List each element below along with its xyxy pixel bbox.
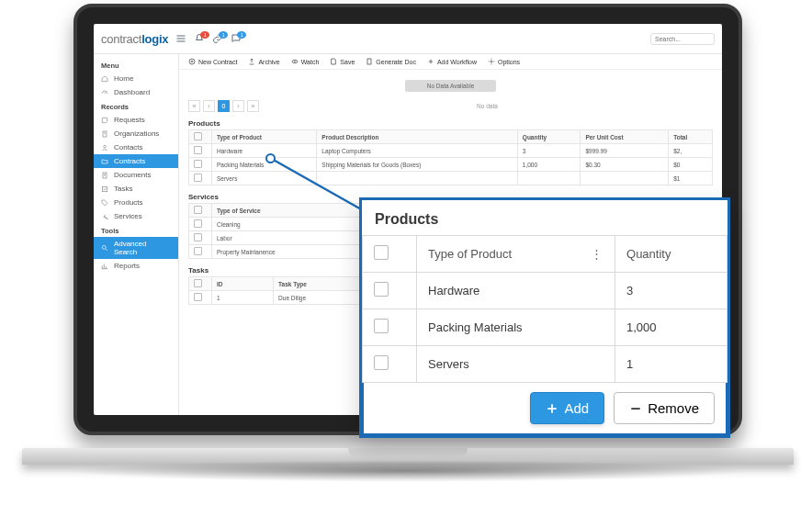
callout-actions: Add Remove xyxy=(362,383,727,435)
checkbox[interactable] xyxy=(194,206,202,214)
add-button[interactable]: Add xyxy=(530,392,604,424)
svg-point-6 xyxy=(102,245,106,249)
folder-icon xyxy=(101,158,108,165)
sidebar-item-requests[interactable]: Requests xyxy=(94,113,178,127)
pager-next[interactable]: › xyxy=(232,100,244,112)
pager-last[interactable]: » xyxy=(247,100,259,112)
callout-table: Type of Product⋮QuantityHardware3Packing… xyxy=(362,235,727,383)
svg-rect-2 xyxy=(103,131,107,137)
add-workflow-button[interactable]: Add Workflow xyxy=(427,58,477,65)
bell-badge: 1 xyxy=(200,31,209,39)
svg-line-7 xyxy=(106,249,107,251)
checkbox[interactable] xyxy=(374,355,389,370)
callout-row[interactable]: Servers1 xyxy=(363,346,727,383)
sidebar-item-label: Requests xyxy=(114,116,145,124)
sidebar-item-reports[interactable]: Reports xyxy=(94,259,178,273)
svg-point-10 xyxy=(294,61,295,62)
sidebar-item-services[interactable]: Services xyxy=(94,209,178,223)
new-contract-button[interactable]: New Contract xyxy=(188,58,237,65)
contract-toolbar: New Contract Archive Watch Save Generate… xyxy=(179,54,722,70)
gauge-icon xyxy=(101,89,108,96)
chat-badge: 1 xyxy=(237,31,246,39)
search-icon xyxy=(101,244,108,252)
svg-point-12 xyxy=(491,61,492,62)
brand-logo: contractlogix xyxy=(101,32,168,46)
products-title: Products xyxy=(188,118,713,129)
checkbox[interactable] xyxy=(374,282,389,297)
sidebar-item-contacts[interactable]: Contacts xyxy=(94,140,178,154)
col-header[interactable]: Quantity xyxy=(517,130,581,144)
callout-col-qty[interactable]: Quantity xyxy=(615,236,727,273)
pager-prev[interactable]: ‹ xyxy=(203,100,215,112)
col-header[interactable]: Type of Product xyxy=(212,130,317,144)
checkbox[interactable] xyxy=(374,245,389,260)
doc-icon xyxy=(101,172,108,179)
checkbox[interactable] xyxy=(194,132,202,140)
building-icon xyxy=(101,130,108,138)
link-icon[interactable]: 1 xyxy=(212,33,223,44)
callout-title: Products xyxy=(375,211,715,228)
sidebar-item-label: Tasks xyxy=(114,185,132,193)
col-header[interactable]: ID xyxy=(212,277,274,291)
search-input[interactable] xyxy=(650,33,715,45)
callout-cell-type: Hardware xyxy=(417,273,615,309)
pager-msg: No data xyxy=(262,103,713,109)
checkbox[interactable] xyxy=(194,279,202,287)
callout-row[interactable]: Hardware3 xyxy=(363,273,727,309)
svg-rect-11 xyxy=(367,59,371,64)
sidebar-item-organizations[interactable]: Organizations xyxy=(94,127,178,140)
generate-doc-button[interactable]: Generate Doc xyxy=(366,58,416,65)
checkbox[interactable] xyxy=(194,293,202,301)
svg-point-3 xyxy=(104,145,107,148)
checkbox[interactable] xyxy=(194,233,202,241)
archive-button[interactable]: Archive xyxy=(248,58,279,65)
more-dots-icon[interactable]: ⋮ xyxy=(591,247,603,261)
sidebar-item-label: Contacts xyxy=(114,143,143,152)
checkbox[interactable] xyxy=(194,174,202,182)
sidebar-item-label: Home xyxy=(114,74,133,83)
pager-page[interactable]: 0 xyxy=(218,100,230,112)
sidebar-item-contracts[interactable]: Contracts xyxy=(94,154,178,168)
no-data-label: No Data Available xyxy=(405,80,497,92)
home-icon xyxy=(101,75,108,83)
sidebar-item-documents[interactable]: Documents xyxy=(94,168,178,182)
col-header[interactable]: Product Description xyxy=(317,130,517,144)
sidebar: MenuHomeDashboardRecordsRequestsOrganiza… xyxy=(94,54,179,415)
sidebar-item-products[interactable]: Products xyxy=(94,196,178,209)
col-header[interactable]: Per Unit Cost xyxy=(581,130,669,144)
sidebar-item-label: Documents xyxy=(114,171,151,179)
chat-icon[interactable]: 1 xyxy=(231,33,242,44)
sidebar-item-label: Contracts xyxy=(114,157,145,165)
sidebar-group: Tools xyxy=(94,223,178,237)
save-button[interactable]: Save xyxy=(330,58,355,65)
options-button[interactable]: Options xyxy=(488,58,520,65)
callout-cell-qty: 1,000 xyxy=(615,309,727,346)
table-row[interactable]: Servers$1 xyxy=(189,172,713,185)
menu-icon[interactable] xyxy=(175,33,186,44)
products-callout: Products Type of Product⋮QuantityHardwar… xyxy=(359,197,730,438)
col-header[interactable]: Total xyxy=(669,130,713,144)
tag-icon xyxy=(101,199,108,207)
sidebar-item-tasks[interactable]: Tasks xyxy=(94,182,178,196)
sidebar-item-dashboard[interactable]: Dashboard xyxy=(94,85,178,99)
remove-label: Remove xyxy=(648,400,699,416)
sidebar-item-home[interactable]: Home xyxy=(94,72,178,85)
checkbox[interactable] xyxy=(194,219,202,228)
sidebar-item-label: Advanced Search xyxy=(114,240,171,256)
no-data-block: No Data Available xyxy=(188,73,713,97)
callout-cell-type: Servers xyxy=(417,346,615,383)
watch-button[interactable]: Watch xyxy=(291,58,320,65)
wrench-icon xyxy=(101,213,108,220)
callout-row[interactable]: Packing Materials1,000 xyxy=(363,309,727,346)
sidebar-item-advanced-search[interactable]: Advanced Search xyxy=(94,237,178,259)
chart-icon xyxy=(101,263,108,270)
checkbox[interactable] xyxy=(194,146,202,154)
pager-first[interactable]: « xyxy=(188,100,200,112)
checkbox[interactable] xyxy=(194,247,202,255)
remove-button[interactable]: Remove xyxy=(614,392,715,424)
callout-col-type[interactable]: Type of Product⋮ xyxy=(417,236,615,273)
checkbox[interactable] xyxy=(374,319,389,333)
checkbox[interactable] xyxy=(194,160,202,168)
bell-icon[interactable]: 1 xyxy=(194,33,205,44)
sidebar-group: Menu xyxy=(94,58,178,72)
